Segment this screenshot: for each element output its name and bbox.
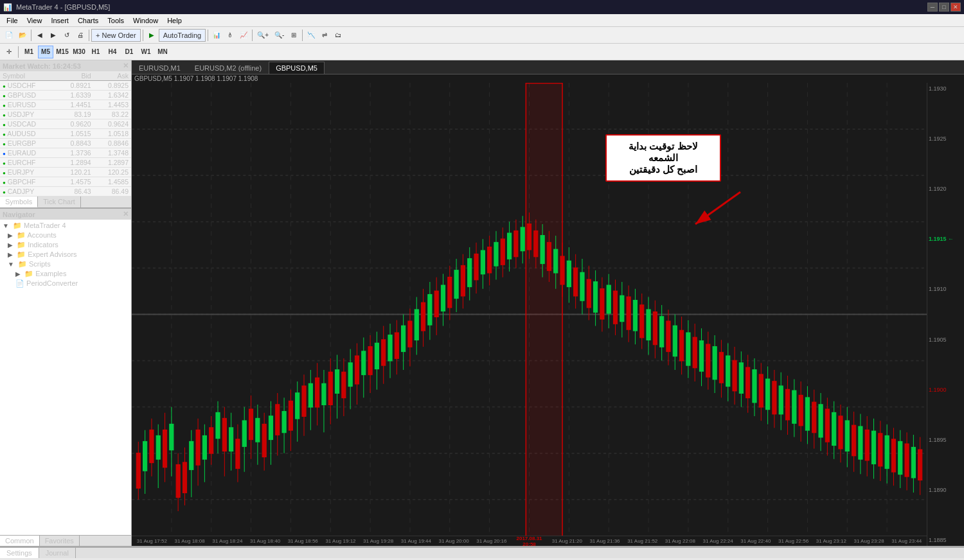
svg-rect-237	[812, 402, 816, 432]
svg-rect-227	[779, 386, 783, 414]
sep2	[89, 30, 89, 41]
svg-rect-95	[342, 372, 346, 398]
refresh-btn[interactable]: ↺	[60, 29, 73, 42]
close-button[interactable]: ✕	[951, 3, 961, 12]
svg-rect-91	[328, 372, 332, 405]
market-watch-row[interactable]: ● GBPCHF 1.4575 1.4585	[0, 177, 131, 187]
period-sep-btn[interactable]: ⇌	[318, 29, 331, 42]
period-mn[interactable]: MN	[155, 46, 170, 58]
chart-tab-eurusd-m1[interactable]: EURUSD,M1	[132, 62, 188, 74]
navigator-close-icon[interactable]: ✕	[123, 210, 129, 218]
line-btn[interactable]: 📈	[237, 29, 250, 42]
open-btn[interactable]: 📂	[16, 29, 29, 42]
svg-rect-221	[759, 374, 763, 407]
market-watch-row[interactable]: ● AUDUSD 1.0515 1.0518	[0, 129, 131, 139]
indicators-btn[interactable]: 📉	[305, 29, 317, 42]
svg-rect-99	[355, 356, 359, 383]
menu-view[interactable]: View	[23, 16, 46, 25]
minimize-button[interactable]: ─	[927, 3, 938, 12]
period-m30[interactable]: M30	[71, 46, 87, 58]
market-watch-row[interactable]: ● USDCHF 0.8921 0.8925	[0, 81, 131, 91]
market-watch-row[interactable]: ● USDJPY 83.19 83.22	[0, 110, 131, 119]
svg-rect-141	[494, 243, 498, 266]
market-watch-row[interactable]: ● EURUSD 1.4451 1.4453	[0, 100, 131, 110]
nav-tree-item[interactable]: ▶ 📁 Indicators	[0, 240, 131, 250]
watch-tab-symbols[interactable]: Symbols	[0, 197, 38, 207]
zoom-out-btn[interactable]: 🔍-	[272, 29, 287, 42]
bottom-tab-settings[interactable]: Settings	[0, 548, 39, 558]
autotrading-icon: ▶	[145, 29, 158, 42]
svg-rect-57	[216, 413, 220, 439]
nav-tree-item[interactable]: ▶ 📁 Expert Advisors	[0, 250, 131, 259]
grid-btn[interactable]: ⊞	[287, 29, 300, 42]
svg-rect-165	[574, 268, 578, 295]
bottom-tabs: Settings Journal	[0, 547, 964, 558]
watch-tab-tick[interactable]: Tick Chart	[38, 197, 81, 207]
nav-tab-common[interactable]: Common	[0, 536, 40, 546]
autotrading-btn[interactable]: AutoTrading	[159, 29, 206, 42]
tsep1	[18, 46, 19, 58]
market-watch-row[interactable]: ● EURAUD 1.3736 1.3748	[0, 148, 131, 158]
template-btn[interactable]: 🗂	[332, 29, 344, 42]
nav-tabs: Common Favorites	[0, 535, 131, 546]
nav-tree: ▼ 📁 MetaTrader 4 ▶ 📁 Accounts ▶ 📁 Indica…	[0, 220, 131, 535]
print-btn[interactable]: 🖨	[74, 29, 87, 42]
menu-file[interactable]: File	[3, 16, 22, 25]
menu-charts[interactable]: Charts	[74, 16, 102, 25]
fwd-btn[interactable]: ▶	[47, 29, 60, 42]
svg-rect-205	[706, 344, 710, 376]
svg-rect-59	[222, 419, 226, 451]
svg-rect-103	[368, 347, 372, 374]
market-watch-close-icon[interactable]: ✕	[123, 62, 129, 70]
tree-item-label: Examples	[35, 270, 66, 277]
period-m15[interactable]: M15	[55, 46, 70, 58]
market-watch-row[interactable]: ● EURGBP 0.8843 0.8846	[0, 139, 131, 148]
market-watch-row[interactable]: ● GBPUSD 1.6339 1.6342	[0, 91, 131, 100]
svg-rect-135	[474, 254, 478, 280]
maximize-button[interactable]: □	[939, 3, 949, 12]
bar-chart-btn[interactable]: 📊	[210, 29, 223, 42]
nav-tree-item[interactable]: ▼ 📁 MetaTrader 4	[0, 221, 131, 231]
candle-btn[interactable]: 🕯	[224, 29, 237, 42]
svg-rect-129	[454, 270, 458, 298]
svg-rect-235	[805, 398, 809, 430]
period-m5[interactable]: M5	[38, 46, 53, 58]
svg-rect-207	[713, 347, 717, 379]
new-chart-btn[interactable]: 📄	[3, 29, 15, 42]
svg-rect-269	[918, 450, 922, 480]
period-h1[interactable]: H1	[88, 46, 103, 58]
period-d1[interactable]: D1	[121, 46, 137, 58]
period-h4[interactable]: H4	[105, 46, 120, 58]
svg-rect-257	[879, 433, 882, 466]
svg-rect-177	[613, 291, 617, 323]
zoom-in-btn[interactable]: 🔍+	[254, 29, 271, 42]
nav-tree-item[interactable]: 📄 PeriodConverter	[0, 279, 131, 288]
chart-tab-gbpusd-m5[interactable]: GBPUSD,M5	[269, 62, 325, 74]
period-m1[interactable]: M1	[21, 46, 37, 58]
nav-tree-item[interactable]: ▼ 📁 Scripts	[0, 259, 131, 269]
market-watch-row[interactable]: ● EURJPY 120.21 120.25	[0, 168, 131, 177]
market-watch-row[interactable]: ● USDCAD 0.9620 0.9624	[0, 119, 131, 129]
tree-folder-icon: 📁	[17, 250, 26, 258]
period-w1[interactable]: W1	[138, 46, 154, 58]
toolbar-periods: ✛ M1 M5 M15 M30 H1 H4 D1 W1 MN	[0, 44, 964, 60]
menu-help[interactable]: Help	[163, 16, 186, 25]
new-order-icon: +	[96, 31, 100, 39]
crosshair-btn[interactable]: ✛	[3, 46, 15, 58]
svg-rect-183	[633, 301, 637, 331]
svg-rect-143	[501, 239, 504, 265]
menu-tools[interactable]: Tools	[103, 16, 128, 25]
menu-insert[interactable]: Insert	[47, 16, 73, 25]
nav-tree-item[interactable]: ▶ 📁 Examples	[0, 269, 131, 279]
bottom-tab-journal[interactable]: Journal	[39, 548, 76, 558]
market-watch-row[interactable]: ● CADJPY 86.43 86.49	[0, 187, 131, 197]
nav-tab-favorites[interactable]: Favorites	[40, 536, 80, 546]
new-order-btn[interactable]: + New Order	[91, 29, 141, 42]
market-watch-row[interactable]: ● EURCHF 1.2894 1.2897	[0, 158, 131, 168]
back-btn[interactable]: ◀	[33, 29, 46, 42]
menu-window[interactable]: Window	[129, 16, 162, 25]
svg-rect-145	[507, 233, 511, 259]
chart-tab-eurusd-m2[interactable]: EURUSD,M2 (offline)	[188, 62, 269, 74]
svg-rect-55	[210, 428, 213, 453]
nav-tree-item[interactable]: ▶ 📁 Accounts	[0, 231, 131, 240]
